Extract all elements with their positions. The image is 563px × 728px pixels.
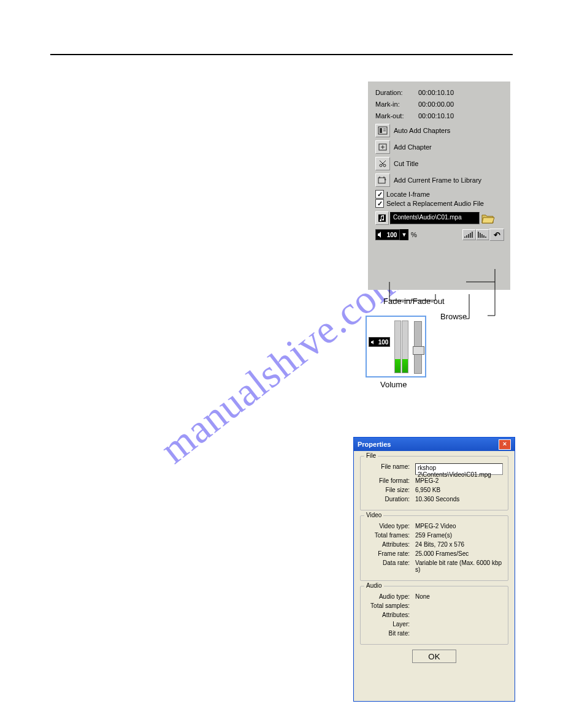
volume-callout-label: Volume bbox=[380, 380, 407, 389]
svg-rect-23 bbox=[483, 235, 484, 238]
fade-out-button[interactable] bbox=[476, 229, 489, 240]
auto-add-chapters-button[interactable]: Auto Add Chapters bbox=[375, 124, 510, 137]
svg-rect-3 bbox=[383, 131, 386, 131]
volume-slider[interactable] bbox=[414, 321, 422, 374]
markout-label: Mark-out: bbox=[375, 112, 418, 119]
file-group-label: File bbox=[364, 452, 378, 459]
layer-label: Layer: bbox=[366, 621, 410, 628]
svg-rect-24 bbox=[485, 237, 486, 238]
volume-button[interactable]: 100 bbox=[375, 229, 400, 240]
browse-callout-label: Browse bbox=[440, 312, 467, 321]
music-note-icon bbox=[375, 211, 389, 225]
frame-rate-value: 25.000 Frames/Sec bbox=[415, 550, 503, 557]
file-name-label: File name: bbox=[366, 463, 410, 475]
dialog-titlebar[interactable]: Properties × bbox=[354, 438, 515, 451]
total-samples-label: Total samples: bbox=[366, 602, 410, 609]
percent-label: % bbox=[411, 231, 417, 238]
fade-in-button[interactable] bbox=[462, 229, 476, 240]
svg-rect-1 bbox=[380, 128, 382, 133]
video-type-label: Video type: bbox=[366, 523, 410, 529]
markin-label: Mark-in: bbox=[375, 100, 418, 108]
header-rule bbox=[50, 54, 513, 55]
auto-add-chapters-label: Auto Add Chapters bbox=[394, 127, 450, 134]
fade-callout-label: Fade-in/Fade-out bbox=[383, 297, 445, 306]
svg-rect-17 bbox=[468, 234, 469, 238]
locate-iframe-label: Locate I-frame bbox=[386, 191, 430, 198]
cut-title-button[interactable]: Cut Title bbox=[375, 157, 510, 170]
file-duration-value: 10.360 Seconds bbox=[415, 496, 503, 502]
video-attributes-value: 24 Bits, 720 x 576 bbox=[415, 541, 503, 548]
add-frame-label: Add Current Frame to Library bbox=[394, 176, 481, 184]
checkbox-checked-icon: ✓ bbox=[375, 199, 384, 208]
video-group-label: Video bbox=[364, 512, 383, 518]
file-duration-label: Duration: bbox=[366, 496, 410, 502]
file-format-label: File format: bbox=[366, 477, 410, 484]
layer-value bbox=[415, 621, 503, 628]
properties-dialog: Properties × File File name:rkshop 2\Con… bbox=[353, 437, 515, 702]
bitrate-value bbox=[415, 630, 503, 637]
volume-popup-button[interactable]: 100 bbox=[369, 337, 390, 347]
locate-iframe-checkbox[interactable]: ✓ Locate I-frame bbox=[375, 190, 510, 199]
video-attributes-label: Attributes: bbox=[366, 541, 410, 548]
volume-value: 100 bbox=[385, 232, 399, 238]
auto-chapters-icon bbox=[375, 124, 390, 137]
browse-button[interactable] bbox=[481, 211, 494, 225]
video-type-value: MPEG-2 Video bbox=[415, 523, 503, 529]
file-name-field[interactable]: rkshop 2\Contents\Video\C01.mpg bbox=[415, 463, 503, 475]
file-size-value: 6,950 KB bbox=[415, 487, 503, 493]
add-chapter-button[interactable]: Add Chapter bbox=[375, 140, 510, 154]
bitrate-label: Bit rate: bbox=[366, 630, 410, 637]
volume-dropdown-button[interactable]: ▼ bbox=[400, 229, 408, 240]
select-audio-checkbox[interactable]: ✓ Select a Replacement Audio File bbox=[375, 199, 510, 208]
audio-attributes-label: Attributes: bbox=[366, 612, 410, 618]
add-frame-icon bbox=[375, 173, 390, 187]
volume-popup: 100 bbox=[366, 316, 426, 377]
file-format-value: MPEG-2 bbox=[415, 477, 503, 484]
audio-file-field[interactable]: Contents\Audio\C01.mpa bbox=[390, 212, 480, 224]
data-rate-label: Data rate: bbox=[366, 559, 410, 573]
svg-rect-2 bbox=[383, 129, 386, 129]
volume-popup-value: 100 bbox=[377, 339, 389, 346]
ok-button[interactable]: OK bbox=[412, 650, 456, 663]
total-frames-value: 259 Frame(s) bbox=[415, 532, 503, 539]
close-button[interactable]: × bbox=[499, 439, 511, 450]
svg-rect-21 bbox=[480, 233, 481, 238]
add-frame-library-button[interactable]: Add Current Frame to Library bbox=[375, 173, 510, 187]
duration-label: Duration: bbox=[375, 89, 418, 96]
vu-meter bbox=[390, 317, 413, 376]
markin-value: 00:00:00.00 bbox=[418, 100, 454, 108]
duration-value: 00:00:10.10 bbox=[418, 89, 454, 96]
data-rate-value: Variable bit rate (Max. 6000 kbps) bbox=[415, 559, 503, 573]
svg-rect-19 bbox=[472, 232, 473, 238]
dialog-title: Properties bbox=[358, 441, 391, 448]
svg-rect-20 bbox=[478, 232, 479, 238]
audio-group-label: Audio bbox=[364, 582, 384, 589]
add-chapter-label: Add Chapter bbox=[394, 143, 432, 151]
speaker-icon bbox=[370, 339, 377, 346]
undo-button[interactable]: ↶ bbox=[489, 229, 504, 241]
svg-rect-16 bbox=[466, 235, 467, 238]
svg-rect-11 bbox=[378, 178, 385, 183]
total-frames-label: Total frames: bbox=[366, 532, 410, 539]
svg-rect-18 bbox=[470, 233, 471, 238]
audio-type-value: None bbox=[415, 593, 503, 600]
markout-value: 00:00:10.10 bbox=[418, 112, 454, 119]
total-samples-value bbox=[415, 602, 503, 609]
audio-type-label: Audio type: bbox=[366, 593, 410, 600]
file-size-label: File size: bbox=[366, 487, 410, 493]
checkbox-checked-icon: ✓ bbox=[375, 190, 384, 199]
audio-attributes-value bbox=[415, 612, 503, 618]
select-audio-label: Select a Replacement Audio File bbox=[386, 200, 484, 207]
svg-rect-15 bbox=[464, 237, 465, 238]
add-chapter-icon bbox=[375, 140, 390, 154]
cut-title-icon bbox=[375, 157, 390, 170]
speaker-icon bbox=[377, 231, 385, 238]
svg-rect-22 bbox=[481, 234, 483, 238]
cut-title-label: Cut Title bbox=[394, 160, 418, 167]
frame-rate-label: Frame rate: bbox=[366, 550, 410, 557]
